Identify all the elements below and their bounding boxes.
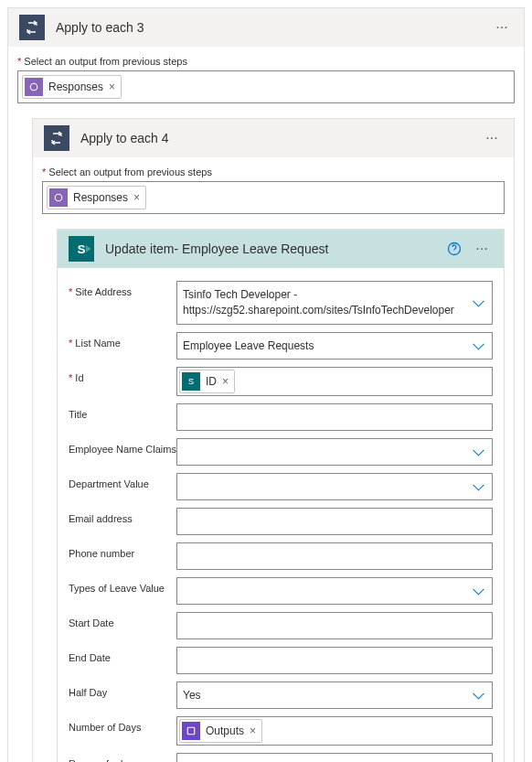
sharepoint-icon: S [182,372,200,391]
svg-point-1 [55,194,62,201]
phone-label: Phone number [69,542,176,559]
more-icon[interactable]: ··· [471,238,493,260]
apply-each-icon [19,15,45,40]
close-icon[interactable]: × [222,375,229,388]
token-label: Responses [73,191,128,204]
apply-each-4-header[interactable]: Apply to each 4 ··· [33,119,514,157]
output-token-box[interactable]: Responses × [42,181,505,214]
reason-label: Reason for Leave [69,753,176,762]
more-icon[interactable]: ··· [491,16,513,38]
svg-point-0 [30,83,37,91]
phone-input[interactable] [176,542,493,570]
title-label: Title [69,403,176,420]
half-day-dropdown[interactable]: Yes [176,682,493,709]
site-address-dropdown[interactable]: Tsinfo Tech Developer - https://szg52.sh… [176,281,493,325]
email-input[interactable] [176,508,493,535]
id-label: Id [69,367,176,383]
outputs-token[interactable]: Outputs × [179,719,262,743]
update-item-title: Update item- Employee Leave Request [105,241,443,256]
responses-token[interactable]: Responses × [22,75,122,99]
list-name-value: Employee Leave Requests [183,339,314,352]
more-icon[interactable]: ··· [481,127,503,149]
list-name-label: List Name [69,332,176,349]
end-date-input[interactable] [176,647,493,674]
half-day-label: Half Day [69,682,176,698]
apply-each-3-title: Apply to each 3 [56,20,491,35]
reason-input[interactable] [176,753,493,762]
list-name-dropdown[interactable]: Employee Leave Requests [176,332,493,360]
leave-type-label: Types of Leave Value [69,577,176,594]
end-date-label: End Date [69,647,176,663]
email-label: Email address [69,508,176,524]
site-address-label: Site Address [69,281,176,297]
dept-value-label: Department Value [69,473,176,489]
update-item-header[interactable]: S Update item- Employee Leave Request ··… [58,230,504,268]
num-days-input[interactable]: Outputs × [176,716,493,746]
half-day-value: Yes [183,689,201,702]
help-icon[interactable] [443,238,465,260]
close-icon[interactable]: × [109,80,115,93]
start-date-label: Start Date [69,612,176,628]
token-label: ID [206,375,217,388]
site-address-line2: https://szg52.sharepoint.com/sites/TsInf… [183,303,454,318]
id-token[interactable]: S ID × [179,370,235,393]
start-date-input[interactable] [176,612,493,639]
id-input[interactable]: S ID × [176,367,493,396]
token-label: Outputs [206,724,244,737]
output-label: Select an output from previous steps [42,166,505,177]
token-label: Responses [48,80,103,93]
site-address-line1: Tsinfo Tech Developer - [183,287,297,303]
responses-token[interactable]: Responses × [47,186,146,209]
sharepoint-icon: S [69,236,94,262]
apply-each-3-header[interactable]: Apply to each 3 ··· [8,8,524,47]
apply-each-4-title: Apply to each 4 [80,131,481,145]
leave-type-dropdown[interactable] [176,577,493,605]
output-label: Select an output from previous steps [17,56,515,67]
title-input[interactable] [176,403,493,431]
emp-claims-dropdown[interactable] [176,438,493,466]
emp-claims-label: Employee Name Claims [69,438,176,455]
responses-icon [25,78,43,96]
close-icon[interactable]: × [133,191,140,204]
num-days-label: Number of Days [69,716,176,733]
svg-rect-3 [187,727,195,735]
output-token-box[interactable]: Responses × [17,70,515,103]
responses-icon [49,188,68,207]
apply-each-icon [44,125,69,151]
close-icon[interactable]: × [250,724,256,737]
outputs-icon [182,722,200,740]
dept-value-dropdown[interactable] [176,473,493,500]
